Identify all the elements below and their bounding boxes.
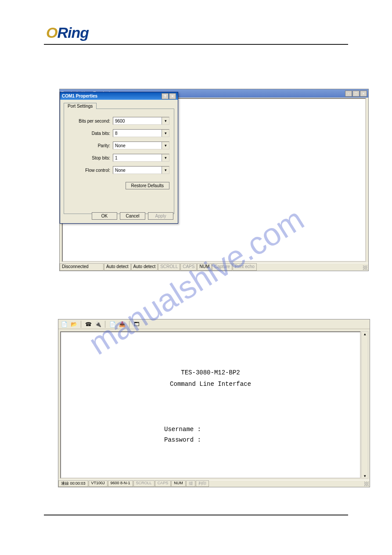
new-file-icon[interactable]: 📄 xyxy=(61,321,68,328)
status-capture: 擷 xyxy=(186,480,195,487)
ok-button[interactable]: OK xyxy=(92,212,117,220)
dialog-title: COM1 Properties xyxy=(62,94,97,98)
status-caps: CAPS xyxy=(155,480,171,487)
properties-icon[interactable]: 🗔 xyxy=(133,321,140,328)
hyperterminal-window: Terminal - HyperTerminal - □ × COM1 Prop… xyxy=(59,89,369,271)
parity-value: None xyxy=(115,143,126,148)
open-file-icon[interactable]: 📂 xyxy=(70,321,77,328)
bps-select[interactable]: 9600 xyxy=(113,117,169,125)
dialog-titlebar[interactable]: COM1 Properties ? × xyxy=(60,92,178,100)
resize-grip-icon[interactable] xyxy=(360,263,368,271)
device-name: TES-3080-M12-BP2 xyxy=(61,369,360,376)
help-icon[interactable]: ? xyxy=(162,93,169,99)
page-header: ORing xyxy=(0,0,392,41)
status-scroll: SCROLL xyxy=(133,480,155,487)
flowcontrol-value: None xyxy=(115,168,126,173)
databits-select[interactable]: 8 xyxy=(113,129,169,137)
status-autodetect2: Auto detect xyxy=(131,263,158,271)
password-prompt: Password : xyxy=(164,435,360,446)
status-num: NUM xyxy=(197,263,212,271)
tab-body: Bits per second: 9600 Data bits: 8 Parit… xyxy=(64,109,174,214)
maximize-icon[interactable]: □ xyxy=(352,91,360,97)
minimize-icon[interactable]: - xyxy=(345,91,352,97)
close-icon[interactable]: × xyxy=(169,93,176,99)
cancel-button[interactable]: Cancel xyxy=(120,212,145,220)
stopbits-value: 1 xyxy=(115,156,118,160)
status-printecho: Print echo xyxy=(233,263,257,271)
parity-label: Parity: xyxy=(68,143,110,148)
logo-letter-o: O xyxy=(46,24,57,41)
parity-select[interactable]: None xyxy=(113,141,169,149)
status-caps: CAPS xyxy=(180,263,197,271)
receive-icon[interactable]: 📥 xyxy=(119,321,126,328)
disconnect-icon[interactable]: 🔌 xyxy=(94,321,101,328)
separator-icon xyxy=(105,321,105,328)
status-printecho: 列印 xyxy=(196,480,209,487)
databits-value: 8 xyxy=(115,131,118,136)
tab-port-settings[interactable]: Port Settings xyxy=(64,103,97,109)
header-rule xyxy=(44,44,348,45)
apply-button[interactable]: Apply xyxy=(148,212,173,220)
terminal-output[interactable]: TES-3080-M12-BP2 Command Line Interface … xyxy=(60,331,361,479)
footer-rule xyxy=(44,515,348,515)
toolbar: 📄 📂 ☎ 🔌 📄 📥 🗔 xyxy=(58,319,370,329)
flowcontrol-label: Flow control: xyxy=(68,168,110,173)
stopbits-label: Stop bits: xyxy=(68,156,110,160)
status-num: NUM xyxy=(171,480,186,487)
scrollbar[interactable] xyxy=(361,331,368,479)
separator-icon xyxy=(129,321,129,328)
close-icon[interactable]: × xyxy=(360,91,367,97)
status-connection: 連線 00:00:03 xyxy=(58,480,88,487)
statusbar: Disconnected Auto detect Auto detect SCR… xyxy=(60,263,368,271)
status-connection: Disconnected xyxy=(60,263,104,271)
status-autodetect1: Auto detect xyxy=(104,263,131,271)
status-scroll: SCROLL xyxy=(158,263,180,271)
stopbits-select[interactable]: 1 xyxy=(113,154,169,162)
send-icon[interactable]: 📄 xyxy=(109,321,116,328)
databits-label: Data bits: xyxy=(68,131,110,136)
status-config: 9600 8-N-1 xyxy=(108,480,133,487)
statusbar: 連線 00:00:03 VT100J 9600 8-N-1 SCROLL CAP… xyxy=(58,480,370,487)
flowcontrol-select[interactable]: None xyxy=(113,166,169,174)
status-capture: Capture xyxy=(212,263,232,271)
status-emulation: VT100J xyxy=(89,480,108,487)
connect-icon[interactable]: ☎ xyxy=(85,321,92,328)
restore-defaults-button[interactable]: Restore Defaults xyxy=(126,182,169,189)
logo-word-ring: Ring xyxy=(57,24,89,41)
separator-icon xyxy=(81,321,81,328)
cli-subtitle: Command Line Interface xyxy=(61,381,360,388)
hyperterminal-window-2: 📄 📂 ☎ 🔌 📄 📥 🗔 TES-3080-M12-BP2 Command L… xyxy=(58,319,370,487)
brand-logo: ORing xyxy=(46,24,348,41)
bps-value: 9600 xyxy=(115,119,125,123)
username-prompt: Username : xyxy=(164,424,360,435)
bps-label: Bits per second: xyxy=(68,119,110,123)
resize-grip-icon[interactable] xyxy=(362,480,370,487)
com1-properties-dialog: COM1 Properties ? × Port Settings Bits p… xyxy=(60,92,178,224)
